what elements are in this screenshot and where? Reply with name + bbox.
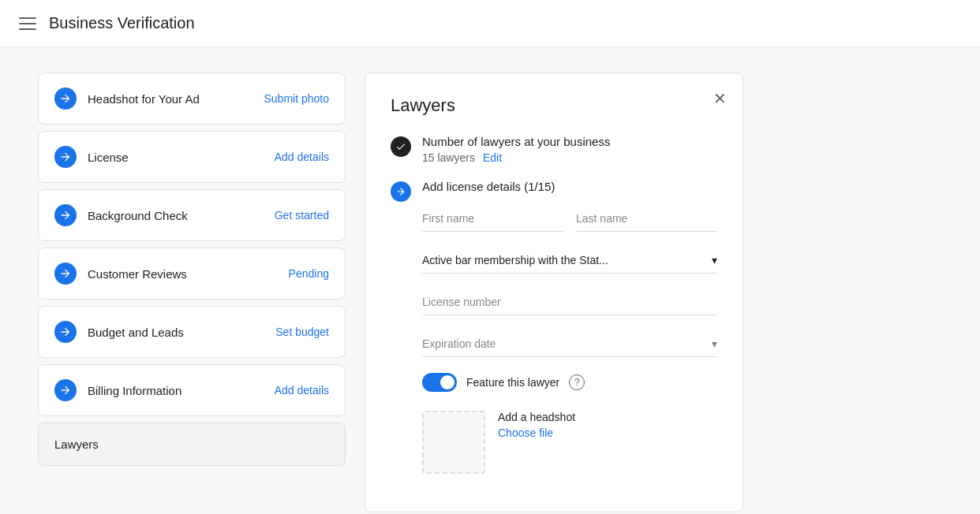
- arrow-icon-license: [54, 146, 77, 168]
- edit-link[interactable]: Edit: [483, 151, 502, 164]
- app-header: Business Verification: [0, 0, 980, 47]
- background-check-label: Background Check: [88, 209, 188, 222]
- help-icon[interactable]: ?: [569, 374, 585, 390]
- add-headshot-label: Add a headshot: [498, 411, 575, 423]
- license-action[interactable]: Add details: [275, 151, 329, 163]
- close-button[interactable]: ✕: [713, 89, 727, 108]
- main-content: Headshot for Your Ad Submit photo Licens…: [0, 47, 980, 514]
- list-item-license[interactable]: License Add details: [38, 131, 346, 183]
- name-fields-row: [422, 206, 717, 232]
- lawyers-count-heading: Number of lawyers at your business: [422, 135, 717, 148]
- list-item-lawyers[interactable]: Lawyers: [38, 423, 346, 466]
- page-title: Business Verification: [49, 14, 195, 32]
- background-check-action[interactable]: Get started: [275, 209, 329, 222]
- check-icon: [391, 136, 411, 157]
- lawyers-label: Lawyers: [54, 438, 99, 451]
- list-item-background-check[interactable]: Background Check Get started: [38, 189, 346, 241]
- last-name-field: [576, 206, 717, 232]
- toggle-slider: [422, 373, 457, 392]
- license-label: License: [88, 151, 129, 164]
- arrow-icon-license-section: [391, 181, 411, 202]
- lawyers-count-value: 15 lawyers: [422, 151, 475, 164]
- arrow-icon-background-check: [54, 204, 77, 226]
- headshot-row: Add a headshot Choose file: [422, 411, 717, 474]
- choose-file-link[interactable]: Choose file: [498, 426, 575, 439]
- billing-information-label: Billing Information: [88, 384, 181, 397]
- license-number-input[interactable]: [422, 289, 717, 315]
- feature-lawyer-toggle[interactable]: [422, 373, 457, 392]
- panel-title: Lawyers: [391, 95, 717, 116]
- expiration-dropdown-arrow-icon: ▾: [712, 337, 717, 350]
- customer-reviews-action[interactable]: Pending: [289, 267, 329, 280]
- expiration-date-label: Expiration date: [422, 337, 496, 350]
- billing-information-action[interactable]: Add details: [275, 384, 329, 397]
- license-number-field: [422, 289, 717, 315]
- budget-leads-label: Budget and Leads: [88, 326, 184, 339]
- arrow-icon-budget-leads: [54, 321, 77, 343]
- first-name-input[interactable]: [422, 206, 563, 232]
- list-item-customer-reviews[interactable]: Customer Reviews Pending: [38, 248, 346, 300]
- hamburger-menu[interactable]: [19, 17, 36, 30]
- list-item-billing-information[interactable]: Billing Information Add details: [38, 364, 346, 416]
- left-panel: Headshot for Your Ad Submit photo Licens…: [38, 73, 346, 512]
- first-name-field: [422, 206, 563, 232]
- dropdown-arrow-icon: ▾: [712, 254, 717, 266]
- right-panel: Lawyers ✕ Number of lawyers at your busi…: [365, 73, 743, 512]
- arrow-icon-billing-information: [54, 379, 77, 401]
- feature-lawyer-label: Feature this lawyer: [466, 376, 559, 389]
- customer-reviews-label: Customer Reviews: [88, 267, 187, 281]
- lawyers-info: 15 lawyers Edit: [422, 151, 717, 164]
- last-name-input[interactable]: [576, 206, 717, 232]
- headshot-label: Headshot for Your Ad: [88, 92, 200, 106]
- feature-lawyer-row: Feature this lawyer ?: [422, 373, 717, 392]
- headshot-action[interactable]: Submit photo: [264, 92, 330, 105]
- add-license-heading: Add license details (1/15): [422, 180, 717, 193]
- list-item-budget-leads[interactable]: Budget and Leads Set budget: [38, 306, 346, 358]
- budget-leads-action[interactable]: Set budget: [275, 326, 329, 338]
- arrow-icon-headshot: [54, 88, 77, 110]
- bar-membership-label: Active bar membership with the Stat...: [422, 254, 608, 266]
- headshot-placeholder: [422, 411, 485, 474]
- expiration-date-dropdown[interactable]: Expiration date ▾: [422, 331, 717, 357]
- list-item-headshot[interactable]: Headshot for Your Ad Submit photo: [38, 73, 346, 125]
- arrow-icon-customer-reviews: [54, 263, 77, 285]
- bar-membership-dropdown[interactable]: Active bar membership with the Stat... ▾: [422, 248, 717, 274]
- lawyers-count-section: Number of lawyers at your business 15 la…: [391, 135, 717, 164]
- license-details-section: Add license details (1/15) Active bar me…: [391, 180, 717, 474]
